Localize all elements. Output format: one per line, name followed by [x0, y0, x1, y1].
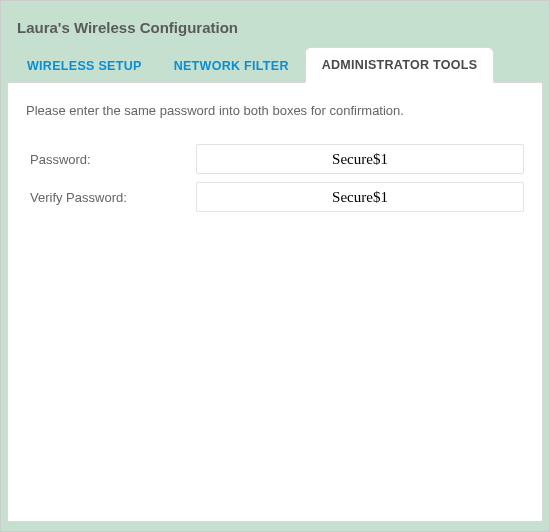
- verify-password-row: Verify Password:: [26, 182, 524, 212]
- window-frame: Laura's Wireless Configuration WIRELESS …: [0, 0, 550, 532]
- password-label: Password:: [26, 152, 196, 167]
- password-row: Password:: [26, 144, 524, 174]
- verify-password-input[interactable]: [196, 182, 524, 212]
- verify-password-label: Verify Password:: [26, 190, 196, 205]
- tab-bar: WIRELESS SETUP NETWORK FILTER ADMINISTRA…: [5, 46, 545, 82]
- tab-network-filter[interactable]: NETWORK FILTER: [158, 49, 305, 83]
- content-panel: Please enter the same password into both…: [7, 82, 543, 522]
- page-title: Laura's Wireless Configuration: [17, 19, 533, 36]
- instruction-text: Please enter the same password into both…: [26, 103, 524, 118]
- tab-administrator-tools[interactable]: ADMINISTRATOR TOOLS: [305, 47, 495, 83]
- password-input[interactable]: [196, 144, 524, 174]
- tab-wireless-setup[interactable]: WIRELESS SETUP: [11, 49, 158, 83]
- header: Laura's Wireless Configuration: [5, 5, 545, 46]
